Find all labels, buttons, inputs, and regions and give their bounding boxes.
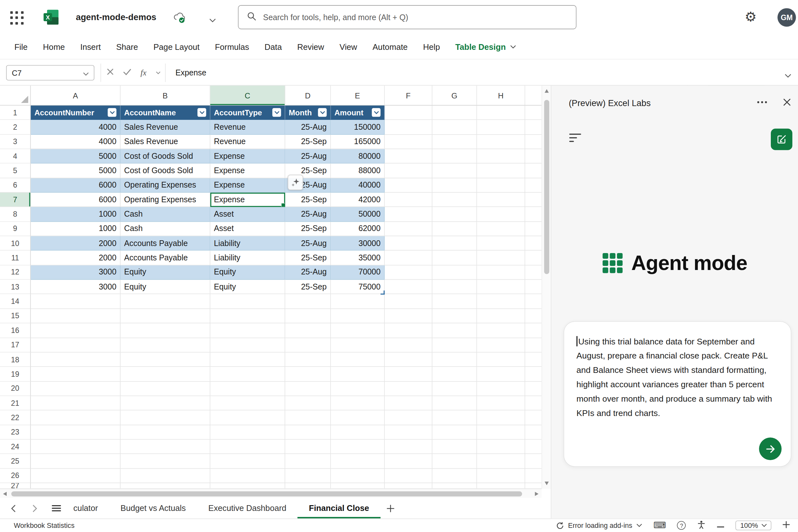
cell-C5[interactable]: Expense — [210, 164, 285, 178]
row-header-11[interactable]: 11 — [0, 251, 31, 265]
filter-icon[interactable] — [318, 108, 327, 117]
cell-D19[interactable] — [285, 367, 331, 381]
row-header-25[interactable]: 25 — [0, 454, 31, 469]
cell-E20[interactable] — [331, 381, 384, 396]
accessibility-icon[interactable] — [697, 520, 706, 531]
cell-F26[interactable] — [385, 469, 432, 483]
cell-C17[interactable] — [210, 338, 285, 352]
filter-icon[interactable] — [372, 108, 381, 117]
cell-F11[interactable] — [385, 251, 432, 265]
cell-C25[interactable] — [210, 454, 285, 469]
sheet-list-menu-icon[interactable] — [50, 498, 62, 518]
sheet-tab-financial-close[interactable]: Financial Close — [298, 498, 381, 518]
cell-G5[interactable] — [432, 164, 477, 178]
cell-B23[interactable] — [121, 425, 211, 439]
cell-B24[interactable] — [121, 440, 211, 454]
cell-H10[interactable] — [477, 236, 525, 250]
cell-B2[interactable]: Sales Revenue — [121, 120, 211, 134]
cell-B4[interactable]: Cost of Goods Sold — [121, 149, 211, 164]
cell-B14[interactable] — [121, 294, 211, 309]
column-header-C[interactable]: C — [210, 86, 285, 105]
settings-gear-icon[interactable]: ⚙ — [745, 9, 757, 25]
menu-item-formulas[interactable]: Formulas — [207, 42, 257, 52]
cell-A12[interactable]: 3000 — [31, 265, 121, 280]
cell-E25[interactable] — [331, 454, 384, 469]
row-header-12[interactable]: 12 — [0, 265, 31, 280]
cell-E12[interactable]: 70000 — [331, 265, 384, 280]
cell-D1[interactable]: Month — [285, 106, 331, 120]
prompt-input[interactable]: Using this trial balance data for Septem… — [576, 334, 779, 420]
cell-F22[interactable] — [385, 411, 432, 425]
cell-F17[interactable] — [385, 338, 432, 352]
cell-F5[interactable] — [385, 164, 432, 178]
cell-F21[interactable] — [385, 396, 432, 410]
zoom-in-button[interactable] — [783, 521, 790, 530]
cell-F16[interactable] — [385, 323, 432, 338]
column-header-A[interactable]: A — [31, 86, 121, 105]
row-header-9[interactable]: 9 — [0, 222, 31, 236]
cell-C12[interactable]: Equity — [210, 265, 285, 280]
cell-G12[interactable] — [432, 265, 477, 280]
cell-B1[interactable]: AccountName — [121, 106, 211, 120]
cell-F18[interactable] — [385, 353, 432, 367]
cell-D21[interactable] — [285, 396, 331, 410]
row-header-21[interactable]: 21 — [0, 396, 31, 410]
cell-F9[interactable] — [385, 222, 432, 236]
cell-F2[interactable] — [385, 120, 432, 134]
new-chat-button[interactable] — [771, 129, 792, 150]
cell-H7[interactable] — [477, 193, 525, 207]
cell-G11[interactable] — [432, 251, 477, 265]
column-header-F[interactable]: F — [385, 86, 432, 105]
cell-B22[interactable] — [121, 411, 211, 425]
row-header-20[interactable]: 20 — [0, 381, 31, 396]
cell-C10[interactable]: Liability — [210, 236, 285, 250]
menu-item-review[interactable]: Review — [289, 42, 332, 52]
cell-C18[interactable] — [210, 353, 285, 367]
help-icon[interactable]: ? — [677, 521, 686, 530]
cell-E6[interactable]: 40000 — [331, 178, 384, 193]
cell-D25[interactable] — [285, 454, 331, 469]
cell-A15[interactable] — [31, 309, 121, 323]
cell-B6[interactable]: Operating Expenses — [121, 178, 211, 193]
cell-D16[interactable] — [285, 323, 331, 338]
name-box[interactable]: C7 — [6, 65, 94, 80]
cell-B27[interactable] — [121, 483, 211, 489]
scroll-left-icon[interactable] — [3, 492, 7, 496]
cell-E10[interactable]: 30000 — [331, 236, 384, 250]
cell-A11[interactable]: 2000 — [31, 251, 121, 265]
cell-G23[interactable] — [432, 425, 477, 439]
cell-E18[interactable] — [331, 353, 384, 367]
cell-A7[interactable]: 6000 — [31, 193, 121, 207]
cell-B18[interactable] — [121, 353, 211, 367]
cell-E14[interactable] — [331, 294, 384, 309]
cell-C27[interactable] — [210, 483, 285, 489]
cell-A9[interactable]: 1000 — [31, 222, 121, 236]
cell-F23[interactable] — [385, 425, 432, 439]
cell-A5[interactable]: 5000 — [31, 164, 121, 178]
cell-B9[interactable]: Cash — [121, 222, 211, 236]
chat-history-icon[interactable] — [569, 133, 581, 145]
cell-G21[interactable] — [432, 396, 477, 410]
cell-E11[interactable]: 35000 — [331, 251, 384, 265]
insert-function-icon[interactable]: fx — [140, 68, 146, 77]
cell-B5[interactable]: Cost of Goods Sold — [121, 164, 211, 178]
cell-A14[interactable] — [31, 294, 121, 309]
cell-G1[interactable] — [432, 106, 477, 120]
cell-D12[interactable]: 25-Aug — [285, 265, 331, 280]
cell-A21[interactable] — [31, 396, 121, 410]
cell-G10[interactable] — [432, 236, 477, 250]
addins-error-group[interactable]: Error loading add-ins — [556, 521, 642, 530]
column-header-H[interactable]: H — [477, 86, 525, 105]
cell-H21[interactable] — [477, 396, 525, 410]
cell-E9[interactable]: 62000 — [331, 222, 384, 236]
cell-E17[interactable] — [331, 338, 384, 352]
cell-H22[interactable] — [477, 411, 525, 425]
column-header-E[interactable]: E — [331, 86, 384, 105]
title-chevron-icon[interactable] — [209, 15, 216, 25]
cell-A24[interactable] — [31, 440, 121, 454]
menu-item-page-layout[interactable]: Page Layout — [146, 42, 207, 52]
cell-B16[interactable] — [121, 323, 211, 338]
cell-E19[interactable] — [331, 367, 384, 381]
cell-E2[interactable]: 150000 — [331, 120, 384, 134]
select-all-corner[interactable] — [0, 86, 31, 105]
